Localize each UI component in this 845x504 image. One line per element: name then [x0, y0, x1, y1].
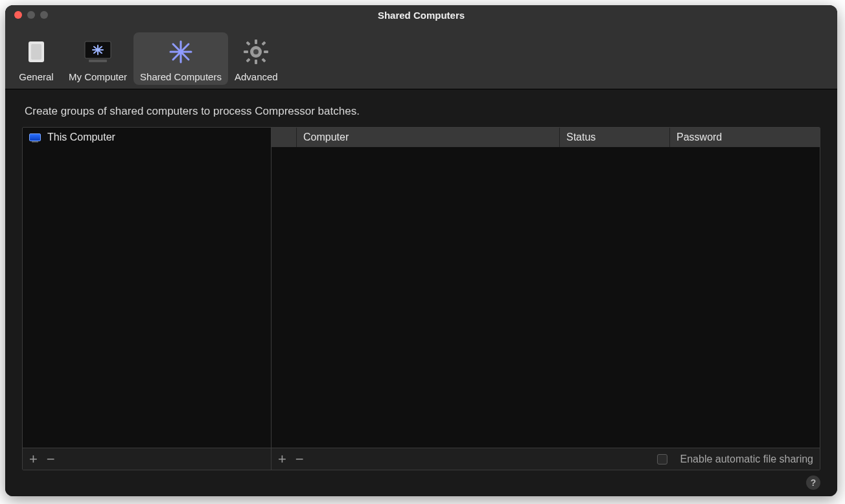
svg-rect-18 — [246, 41, 251, 45]
enable-auto-share-label: Enable automatic file sharing — [680, 453, 813, 465]
pane-description: Create groups of shared computers to pro… — [25, 105, 820, 118]
computers-list[interactable] — [272, 147, 820, 448]
minimize-window-button[interactable] — [27, 11, 35, 19]
preferences-window: Shared Computers General — [5, 5, 837, 496]
groups-footer: + − — [23, 448, 271, 470]
svg-rect-1 — [31, 44, 41, 60]
shared-computers-pane: Create groups of shared computers to pro… — [5, 89, 837, 496]
window-title: Shared Computers — [5, 10, 837, 21]
add-computer-button[interactable]: + — [278, 452, 286, 466]
column-password[interactable]: Password — [669, 128, 820, 147]
tab-advanced[interactable]: Advanced — [228, 32, 284, 85]
computer-icon — [29, 133, 41, 141]
groups-list[interactable]: This Computer — [23, 128, 271, 448]
svg-rect-3 — [89, 60, 107, 62]
computers-columns-header: Computer Status Password — [272, 128, 820, 147]
group-name: This Computer — [47, 132, 115, 143]
gear-icon — [240, 36, 272, 67]
my-computer-icon — [82, 36, 113, 67]
tab-my-computer[interactable]: My Computer — [62, 32, 133, 85]
column-computer[interactable]: Computer — [296, 128, 559, 147]
svg-point-12 — [178, 50, 183, 54]
add-group-button[interactable]: + — [29, 452, 38, 466]
svg-rect-17 — [264, 51, 268, 53]
svg-rect-14 — [255, 40, 257, 44]
groups-panel: This Computer + − — [23, 128, 272, 470]
svg-rect-21 — [262, 58, 266, 62]
preferences-toolbar: General My Computer — [5, 25, 837, 89]
window-controls — [5, 11, 48, 19]
remove-group-button[interactable]: − — [47, 452, 55, 466]
split-view: This Computer + − Computer Status Passwo… — [22, 127, 820, 470]
tab-shared-computers[interactable]: Shared Computers — [133, 32, 228, 85]
shared-computers-icon — [165, 36, 196, 67]
computers-footer: + − Enable automatic file sharing — [272, 448, 820, 470]
group-row[interactable]: This Computer — [23, 128, 271, 147]
svg-rect-20 — [246, 58, 251, 62]
tab-label: My Computer — [69, 71, 127, 82]
svg-rect-16 — [244, 51, 248, 53]
enable-auto-share-checkbox[interactable] — [657, 454, 667, 464]
help-button[interactable]: ? — [806, 475, 820, 490]
general-icon — [21, 36, 52, 67]
svg-rect-19 — [262, 41, 266, 45]
computers-panel: Computer Status Password + − Enable auto… — [272, 128, 820, 470]
svg-rect-15 — [255, 60, 257, 64]
svg-point-22 — [253, 49, 259, 54]
column-spacer — [272, 128, 296, 147]
close-window-button[interactable] — [14, 11, 22, 19]
tab-label: Shared Computers — [140, 71, 222, 82]
tab-general[interactable]: General — [10, 32, 62, 85]
titlebar: Shared Computers — [5, 5, 837, 25]
tab-label: General — [19, 71, 53, 82]
tab-label: Advanced — [235, 71, 278, 82]
column-status[interactable]: Status — [559, 128, 669, 147]
remove-computer-button[interactable]: − — [295, 452, 304, 466]
zoom-window-button[interactable] — [40, 11, 48, 19]
